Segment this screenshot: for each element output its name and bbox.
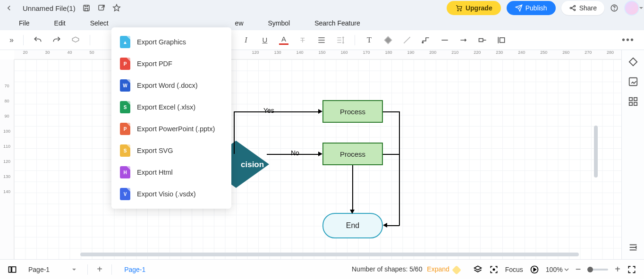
svg-text:cision: cision bbox=[241, 160, 264, 169]
text-color-icon[interactable]: A bbox=[279, 35, 288, 45]
expand-panel-icon[interactable]: » bbox=[9, 36, 14, 44]
publish-button[interactable]: Publish bbox=[507, 1, 556, 15]
undo-icon[interactable] bbox=[33, 35, 42, 45]
focus-label[interactable]: Focus bbox=[505, 266, 523, 273]
svg-rect-20 bbox=[9, 267, 11, 272]
process-shape-1[interactable]: Process bbox=[322, 100, 383, 123]
export-excel[interactable]: SExport Excel (.xlsx) bbox=[111, 96, 231, 118]
canvas-grid[interactable] bbox=[14, 59, 621, 259]
back-icon[interactable] bbox=[5, 4, 13, 12]
svg-rect-11 bbox=[479, 38, 483, 42]
svg-point-4 bbox=[460, 10, 461, 11]
expand-link[interactable]: Expand bbox=[427, 265, 449, 273]
upgrade-label: Upgrade bbox=[466, 4, 492, 12]
scrollbar-horizontal[interactable] bbox=[80, 253, 579, 256]
svg-rect-21 bbox=[12, 267, 16, 272]
avatar[interactable] bbox=[624, 0, 639, 16]
apps-panel-icon[interactable] bbox=[628, 96, 638, 107]
export-ppt[interactable]: PExport PowerPoint (.pptx) bbox=[111, 118, 231, 140]
page-tab[interactable]: Page-1 bbox=[119, 266, 151, 273]
menu-bar: File Edit Select ew Symbol Search Featur… bbox=[0, 16, 644, 30]
zoom-slider[interactable] bbox=[587, 269, 608, 271]
export-word[interactable]: WExport Word (.docx) bbox=[111, 75, 231, 96]
export-html[interactable]: HExport Html bbox=[111, 161, 231, 183]
export-graphics[interactable]: ▲Export Graphics bbox=[111, 31, 231, 53]
menu-select[interactable]: Select bbox=[90, 19, 109, 27]
collapse-panel-icon[interactable] bbox=[628, 242, 638, 253]
svg-rect-12 bbox=[500, 38, 505, 42]
layers-icon[interactable] bbox=[473, 265, 483, 274]
text-tool-icon[interactable]: T bbox=[364, 35, 374, 45]
connector-style-icon[interactable] bbox=[421, 35, 431, 45]
menu-symbol[interactable]: Symbol bbox=[268, 19, 290, 27]
svg-rect-1 bbox=[85, 8, 88, 11]
menu-search[interactable]: Search Feature bbox=[314, 19, 360, 27]
export-svg[interactable]: SExport SVG bbox=[111, 140, 231, 161]
style-panel-icon[interactable] bbox=[628, 57, 638, 67]
image-file-icon: ▲ bbox=[120, 36, 130, 48]
more-tools-icon[interactable]: ••• bbox=[622, 34, 635, 45]
presentation-icon[interactable] bbox=[530, 265, 539, 274]
add-page-button[interactable]: + bbox=[94, 264, 105, 275]
save-icon[interactable] bbox=[82, 4, 91, 12]
star-icon[interactable] bbox=[112, 4, 121, 12]
page-select[interactable]: Page-1 bbox=[24, 264, 81, 275]
position-icon[interactable] bbox=[497, 35, 506, 45]
line-spacing-icon[interactable] bbox=[336, 35, 345, 45]
export-pdf[interactable]: PExport PDF bbox=[111, 53, 231, 75]
right-sidebar bbox=[621, 50, 644, 259]
redo-icon[interactable] bbox=[52, 35, 61, 45]
zoom-out-button[interactable]: − bbox=[576, 264, 581, 275]
scrollbar-vertical[interactable] bbox=[594, 126, 598, 178]
expand-badge-icon bbox=[452, 265, 461, 275]
file-name[interactable]: Unnamed File(1) bbox=[23, 4, 76, 12]
italic-icon[interactable]: I bbox=[241, 35, 251, 45]
line-color-icon[interactable] bbox=[402, 35, 412, 45]
line-end-icon[interactable] bbox=[478, 35, 487, 45]
end-shape[interactable]: End bbox=[322, 213, 383, 238]
ruler-vertical: 708090100110120130140 bbox=[0, 59, 14, 259]
ruler-horizontal: 20304050 1201301401501601701801902002102… bbox=[14, 50, 621, 59]
svg-point-3 bbox=[458, 10, 458, 11]
fullscreen-icon[interactable] bbox=[627, 265, 636, 274]
align-icon[interactable] bbox=[317, 35, 326, 45]
workspace: 20304050 1201301401501601701801902002102… bbox=[0, 50, 644, 259]
help-icon[interactable] bbox=[610, 4, 619, 12]
menu-view-partial[interactable]: ew bbox=[235, 19, 244, 27]
fill-icon[interactable] bbox=[383, 35, 393, 45]
strikethrough-icon[interactable]: T bbox=[298, 35, 307, 45]
pages-panel-icon[interactable] bbox=[8, 265, 17, 274]
connector bbox=[386, 225, 399, 226]
zoom-in-button[interactable]: + bbox=[615, 264, 620, 275]
connector bbox=[383, 154, 399, 155]
share-button[interactable]: Share bbox=[561, 1, 604, 15]
connector bbox=[383, 111, 399, 112]
zoom-level[interactable]: 100% bbox=[546, 266, 569, 273]
focus-icon[interactable] bbox=[489, 265, 499, 274]
arrow-style-icon[interactable] bbox=[459, 35, 468, 45]
open-external-icon[interactable] bbox=[97, 4, 106, 12]
svg-rect-19 bbox=[634, 102, 636, 105]
yes-label: Yes bbox=[263, 107, 274, 114]
canvas[interactable]: 20304050 1201301401501601701801902002102… bbox=[0, 50, 621, 259]
menu-file[interactable]: File bbox=[19, 19, 30, 27]
svg-point-10 bbox=[422, 42, 424, 43]
ppt-file-icon: P bbox=[120, 123, 130, 135]
ai-panel-icon[interactable] bbox=[628, 76, 638, 87]
menu-edit[interactable]: Edit bbox=[54, 19, 66, 27]
publish-label: Publish bbox=[525, 4, 547, 12]
line-weight-icon[interactable] bbox=[440, 35, 449, 45]
export-visio[interactable]: VExport Visio (.vsdx) bbox=[111, 183, 231, 205]
connector bbox=[234, 111, 235, 154]
bottom-bar: Page-1 + Page-1 Number of shapes: 5/60 E… bbox=[0, 259, 644, 279]
upgrade-button[interactable]: Upgrade bbox=[447, 1, 501, 15]
shape-count: Number of shapes: 5/60 Expand bbox=[352, 265, 460, 273]
toolbar: » B I U A T T ••• bbox=[0, 30, 644, 50]
underline-icon[interactable]: U bbox=[260, 35, 270, 45]
process-shape-2[interactable]: Process bbox=[322, 143, 383, 165]
svg-point-22 bbox=[493, 269, 494, 270]
title-bar: Unnamed File(1) Upgrade Publish Share bbox=[0, 0, 644, 16]
svg-rect-16 bbox=[629, 98, 632, 101]
format-painter-icon[interactable] bbox=[71, 35, 80, 45]
no-label: No bbox=[291, 149, 299, 157]
